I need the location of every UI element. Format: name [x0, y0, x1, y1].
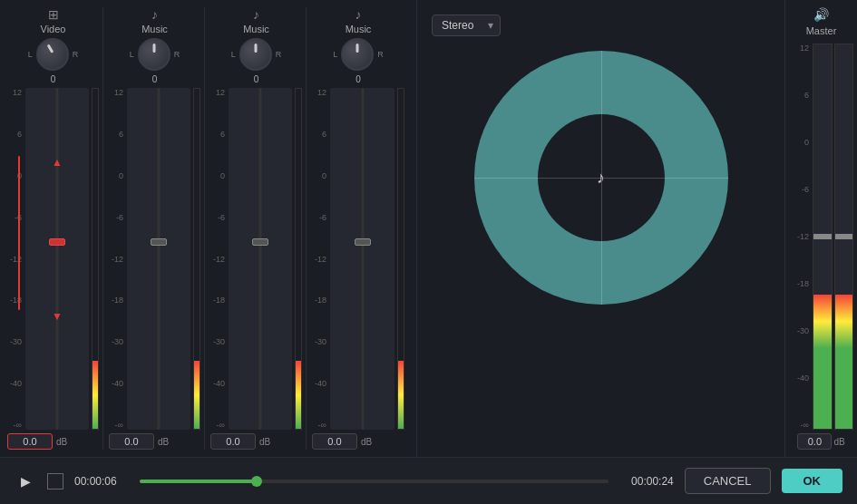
video-knob-value: 0	[51, 74, 56, 84]
master-db-unit: dB	[833, 437, 844, 447]
video-knob[interactable]	[36, 38, 69, 71]
visualizer-panel: Stereo Mono Left Right ♪	[417, 0, 784, 457]
transport-bar: ▶ 00:00:06 00:00:24 CANCEL OK	[0, 457, 857, 504]
vinyl-container: ♪	[474, 51, 728, 305]
music3-level-meter	[397, 88, 404, 430]
master-db-input[interactable]	[797, 433, 832, 450]
m3-left-label: L	[333, 50, 337, 59]
master-meter-right[interactable]	[834, 44, 854, 430]
music1-label: Music	[141, 24, 168, 34]
music2-fader-track[interactable]	[229, 88, 292, 430]
m2-right-label: R	[276, 50, 282, 59]
stop-button[interactable]	[47, 473, 63, 489]
music3-fader-thumb[interactable]	[355, 238, 371, 246]
video-knob-row: L R	[28, 38, 79, 71]
progress-fill	[140, 480, 257, 483]
m3-right-label: R	[377, 50, 384, 59]
music3-fader-scale: 12 6 0 -6 -12 -18 -30 -40 -∞	[312, 88, 328, 430]
master-label: Master	[806, 25, 837, 36]
music1-fader-track-area	[127, 88, 200, 430]
channel-music3: ♪ Music L R 0 12 6 0 -6 -12 -18 -30 -40 …	[308, 7, 408, 450]
master-scale: 12 6 0 -6 -12 -18 -30 -40 -∞	[789, 44, 809, 430]
music2-fader-scale: 12 6 0 -6 -12 -18 -30 -40 -∞	[210, 88, 227, 430]
video-fader-scale: 12 6 0 -6 -12 -18 -30 -40 -∞	[7, 88, 24, 430]
video-fader-thumb[interactable]	[49, 238, 65, 246]
master-db-row: dB	[797, 433, 844, 450]
music3-db-unit: dB	[361, 437, 372, 447]
music2-level-meter	[295, 88, 302, 430]
music1-db-unit: dB	[158, 437, 169, 447]
video-level-meter	[92, 88, 99, 430]
music3-knob[interactable]	[341, 38, 374, 71]
music1-fader-container: 12 6 0 -6 -12 -18 -30 -40 -∞	[109, 88, 200, 430]
video-db-unit: dB	[56, 437, 67, 447]
music3-fader-track[interactable]	[330, 88, 394, 430]
vinyl-outer: ♪	[474, 51, 728, 305]
music1-fader-thumb[interactable]	[151, 238, 167, 246]
music3-icon: ♪	[355, 7, 362, 22]
master-meters	[813, 44, 853, 430]
master-fader-area: 12 6 0 -6 -12 -18 -30 -40 -∞	[789, 44, 853, 430]
video-label: Video	[41, 24, 66, 34]
music3-knob-value: 0	[355, 74, 361, 84]
music3-knob-row: L R	[333, 38, 384, 71]
music2-fader-container: 12 6 0 -6 -12 -18 -30 -40 -∞	[210, 88, 302, 430]
channel-music1: ♪ Music L R 0 12 6 0 -6 -12 -18 -30 -40 …	[105, 7, 205, 450]
m1-right-label: R	[174, 50, 180, 59]
music1-level-meter	[193, 88, 200, 430]
video-fader-track-area: ▲ ▼	[25, 88, 99, 430]
left-label: L	[28, 50, 33, 59]
music2-db-row: dB	[210, 433, 302, 450]
right-label: R	[73, 50, 79, 59]
channel-music2: ♪ Music L R 0 12 6 0 -6 -12 -18 -30 -40 …	[207, 7, 307, 450]
music1-knob-row: L R	[130, 38, 180, 71]
main-content: ⊞ Video L R 0 12 6 0 -6 -12 -18 -30 -40 …	[0, 0, 857, 457]
music2-fader-thumb[interactable]	[252, 238, 268, 246]
music2-label: Music	[243, 24, 269, 34]
music1-fader-track[interactable]	[127, 88, 190, 430]
video-icon: ⊞	[48, 7, 59, 22]
music3-label: Music	[346, 24, 372, 34]
music3-fader-container: 12 6 0 -6 -12 -18 -30 -40 -∞	[312, 88, 404, 430]
master-meter-left[interactable]	[813, 44, 833, 430]
music2-knob-value: 0	[254, 74, 259, 84]
music1-icon: ♪	[151, 7, 158, 22]
music1-fader-scale: 12 6 0 -6 -12 -18 -30 -40 -∞	[109, 88, 125, 430]
fader-line	[18, 156, 20, 310]
video-fader-track[interactable]: ▲ ▼	[25, 88, 89, 430]
music2-db-unit: dB	[259, 437, 270, 447]
music2-icon: ♪	[253, 7, 259, 22]
music2-knob[interactable]	[239, 38, 272, 71]
m2-left-label: L	[231, 50, 236, 59]
music2-fader-track-area	[229, 88, 302, 430]
music3-fader-track-area	[330, 88, 404, 430]
time-current: 00:00:06	[74, 475, 129, 488]
music1-db-row: dB	[109, 433, 200, 450]
music1-knob[interactable]	[138, 38, 170, 71]
music1-db-input[interactable]	[109, 433, 154, 450]
master-thumb-right[interactable]	[834, 234, 854, 239]
video-fader-container: 12 6 0 -6 -12 -18 -30 -40 -∞ ▲	[7, 88, 99, 430]
progress-bar[interactable]	[140, 480, 609, 483]
music3-db-row: dB	[312, 433, 404, 450]
stereo-dropdown[interactable]: Stereo Mono Left Right	[432, 15, 501, 36]
vinyl-crosshair-v	[601, 51, 602, 305]
time-end: 00:00:24	[619, 475, 674, 488]
speaker-icon: 🔊	[813, 7, 829, 22]
stereo-selector: Stereo Mono Left Right	[432, 15, 501, 36]
music2-db-input[interactable]	[210, 433, 256, 450]
video-db-row: dB	[7, 433, 99, 450]
stereo-dropdown-wrapper[interactable]: Stereo Mono Left Right	[432, 15, 501, 36]
music2-knob-row: L R	[231, 38, 282, 71]
play-button[interactable]: ▶	[15, 470, 36, 492]
master-thumb-left[interactable]	[813, 234, 833, 239]
progress-thumb[interactable]	[251, 476, 262, 487]
ok-button[interactable]: OK	[782, 469, 843, 493]
m1-left-label: L	[130, 50, 134, 59]
music3-db-input[interactable]	[312, 433, 357, 450]
video-db-input[interactable]	[7, 433, 53, 450]
channel-video: ⊞ Video L R 0 12 6 0 -6 -12 -18 -30 -40 …	[4, 7, 103, 450]
mixer-panel: ⊞ Video L R 0 12 6 0 -6 -12 -18 -30 -40 …	[0, 0, 417, 457]
master-panel: 🔊 Master 12 6 0 -6 -12 -18 -30 -40 -∞	[784, 0, 857, 457]
cancel-button[interactable]: CANCEL	[685, 468, 771, 494]
